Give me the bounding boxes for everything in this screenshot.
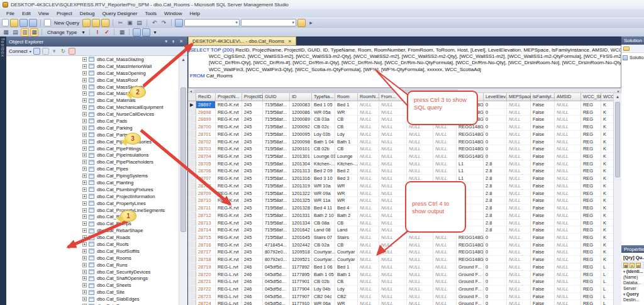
grid-cell[interactable]: 0 xyxy=(484,145,507,152)
grid-cell[interactable]: NULL xyxy=(358,190,379,197)
grid-cell[interactable]: 1177907 xyxy=(290,293,312,300)
grid-cell[interactable]: NULL xyxy=(507,241,531,248)
grid-cell[interactable]: NULL xyxy=(433,271,457,278)
grid-cell[interactable]: False xyxy=(531,131,555,138)
grid-cell[interactable]: REGG148G xyxy=(457,153,484,160)
properties-window-icon[interactable] xyxy=(142,28,150,36)
grid-cell[interactable]: NULL xyxy=(507,286,531,292)
grid-cell[interactable]: REG xyxy=(581,226,601,233)
grid-cell[interactable]: False xyxy=(531,167,555,174)
grid-cell[interactable]: False xyxy=(531,212,555,219)
grid-cell[interactable]: 28706 xyxy=(196,167,216,174)
tree-item-dbo-cat_roofsoffits[interactable]: +dbo.Cat_RoofSoffits xyxy=(6,248,179,255)
grid-cell[interactable]: NULL xyxy=(555,248,581,255)
grid-cell[interactable]: Bed 3 10 xyxy=(312,175,335,182)
grid-cell[interactable]: REG xyxy=(581,204,601,211)
grid-cell[interactable]: NULL xyxy=(407,226,433,233)
grid-cell[interactable]: WR xyxy=(335,190,358,197)
grid-cell[interactable]: NULL xyxy=(433,300,457,305)
disconnect-icon[interactable] xyxy=(33,48,40,55)
grid-cell[interactable]: REG-K.rvt xyxy=(216,182,242,189)
grid-cell[interactable]: NULL xyxy=(358,226,379,233)
grid-cell[interactable]: 0 xyxy=(484,153,507,160)
grid-cell[interactable]: NULL xyxy=(407,286,433,292)
grid-cell[interactable]: 1200092 xyxy=(290,123,312,130)
grid-cell[interactable]: Bath 1 05 xyxy=(312,271,335,278)
grid-cell[interactable]: NULL xyxy=(555,271,581,278)
row-selector[interactable] xyxy=(188,190,196,197)
grid-cell[interactable]: CB 02b xyxy=(312,145,335,152)
expand-icon[interactable]: + xyxy=(82,276,87,280)
expand-icon[interactable]: + xyxy=(82,140,87,144)
grid-cell[interactable]: False xyxy=(531,101,555,108)
grid-cell[interactable]: False xyxy=(531,219,555,226)
grid-cell[interactable]: 28721 xyxy=(196,278,216,285)
grid-cell[interactable]: 245 xyxy=(242,197,263,204)
expand-icon[interactable]: + xyxy=(82,85,87,89)
grid-cell[interactable]: NULL xyxy=(507,271,531,278)
grid-cell[interactable]: NULL xyxy=(407,160,433,167)
grid-cell[interactable]: REG-K.rvt xyxy=(216,219,242,226)
grid-cell[interactable]: 715f58af... xyxy=(263,226,290,233)
grid-cell[interactable]: NULL xyxy=(555,131,581,138)
tree-item-dbo-cat_pipeinsulations[interactable]: +dbo.Cat_PipeInsulations xyxy=(6,152,179,158)
grid-cell[interactable]: NULL xyxy=(555,138,581,145)
criteria-pane-icon[interactable]: ▤ xyxy=(11,28,19,36)
collapse-icon[interactable]: ▾ xyxy=(623,292,626,296)
grid-cell[interactable]: 715f58af... xyxy=(263,204,290,211)
grid-cell[interactable]: 28712 xyxy=(196,212,216,219)
tree-item-dbo-cat_roads[interactable]: +dbo.Cat_Roads xyxy=(6,234,179,241)
grid-cell[interactable]: Bed 4 11 xyxy=(312,204,335,211)
grid-cell[interactable]: NULL xyxy=(358,145,379,152)
menu-query-designer[interactable]: Query Designer xyxy=(98,10,141,17)
table-row[interactable]: 28702REG-K.rvt245715f58af...1200098Bath … xyxy=(188,138,613,146)
grid-cell[interactable]: NULL xyxy=(379,271,407,278)
column-header-levelelev[interactable]: LevelElev... xyxy=(484,93,507,101)
grid-cell[interactable]: NULL xyxy=(555,160,581,167)
tree-item-dbo-cat_ramps[interactable]: +dbo.Cat_Ramps xyxy=(6,220,179,227)
diagram-pane-icon[interactable]: ▦ xyxy=(2,28,10,36)
scrollbar-thumb[interactable] xyxy=(615,102,620,177)
grid-cell[interactable]: 245 xyxy=(242,226,263,233)
grid-cell[interactable]: Bed 1 xyxy=(335,101,358,108)
grid-cell[interactable]: NULL xyxy=(407,248,433,255)
grid-cell[interactable]: False xyxy=(531,175,555,182)
grid-cell[interactable]: NULL xyxy=(379,278,407,285)
grid-cell[interactable]: 715f58af... xyxy=(263,175,290,182)
grid-cell[interactable]: NULL xyxy=(379,138,407,145)
grid-cell[interactable]: REG-L.rvt xyxy=(216,300,242,305)
grid-cell[interactable]: REG-K.rvt xyxy=(216,190,242,197)
grid-cell[interactable]: NULL xyxy=(507,109,531,116)
column-header-host[interactable]: Host xyxy=(433,93,457,101)
table-row[interactable]: 28722REG-L.rvt246045df5d...1177904Ldy 04… xyxy=(188,286,613,293)
tree-item-dbo-cat_massopening[interactable]: +dbo.Cat_MassOpening xyxy=(6,70,179,77)
grid-cell[interactable]: 715f58af... xyxy=(263,153,290,160)
table-row[interactable]: 28721REG-L.rvt246045df5d...1177901CB 02b… xyxy=(188,278,613,286)
grid-cell[interactable]: NULL xyxy=(433,212,457,219)
row-selector[interactable] xyxy=(188,241,196,248)
grid-cell[interactable]: NULL xyxy=(379,131,407,138)
grid-cell[interactable]: REGG148G xyxy=(457,241,484,248)
grid-cell[interactable]: NULL xyxy=(379,248,407,255)
grid-cell[interactable]: NULL xyxy=(407,241,433,248)
grid-cell[interactable]: NULL xyxy=(379,101,407,108)
grid-cell[interactable]: NULL xyxy=(507,101,531,108)
row-selector[interactable] xyxy=(188,234,196,241)
grid-cell[interactable]: 0 xyxy=(484,116,507,123)
grid-cell[interactable]: NULL xyxy=(358,101,379,108)
grid-cell[interactable]: K xyxy=(601,160,613,167)
grid-cell[interactable]: False xyxy=(531,160,555,167)
grid-cell[interactable]: L1 xyxy=(457,182,484,189)
column-header-id[interactable]: ID xyxy=(290,93,312,101)
grid-cell[interactable]: Courtyar xyxy=(335,256,358,263)
grid-cell[interactable]: REG-K.rvt xyxy=(216,131,242,138)
grid-cell[interactable]: NULL xyxy=(507,182,531,189)
grid-cell[interactable]: REGG148G xyxy=(457,256,484,263)
grid-cell[interactable]: False xyxy=(531,116,555,123)
grid-cell[interactable]: 1201331 xyxy=(290,212,312,219)
grid-cell[interactable]: REG xyxy=(581,256,601,263)
grid-cell[interactable]: NULL xyxy=(555,167,581,174)
grid-cell[interactable]: REG-K.rvt xyxy=(216,234,242,241)
execute-icon[interactable]: ! xyxy=(93,28,101,36)
grid-cell[interactable]: NULL xyxy=(358,234,379,241)
